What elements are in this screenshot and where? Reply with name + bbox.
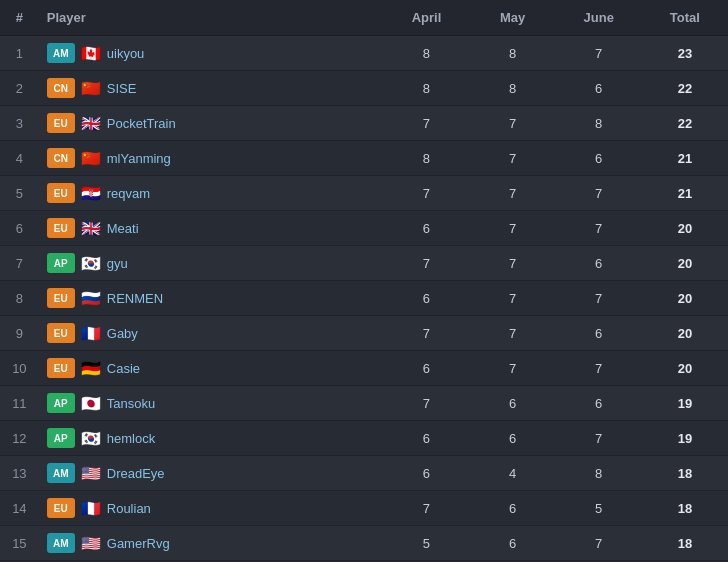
april-score: 6: [383, 211, 469, 246]
table-row: 2 CN SISE 8 8 6 22: [0, 71, 728, 106]
total-score: 19: [642, 421, 728, 456]
region-badge: EU: [47, 113, 75, 133]
player-cell: EU Gaby: [39, 316, 384, 351]
flag-icon: [81, 291, 101, 305]
header-player: Player: [39, 0, 384, 36]
rank-cell: 11: [0, 386, 39, 421]
player-name: RENMEN: [107, 291, 163, 306]
rank-cell: 2: [0, 71, 39, 106]
player-name: Casie: [107, 361, 140, 376]
player-name: Tansoku: [107, 396, 155, 411]
region-badge: AM: [47, 463, 75, 483]
region-badge: EU: [47, 218, 75, 238]
rank-cell: 6: [0, 211, 39, 246]
player-cell: EU PocketTrain: [39, 106, 384, 141]
flag-icon: [81, 326, 101, 340]
april-score: 7: [383, 176, 469, 211]
rank-cell: 14: [0, 491, 39, 526]
april-score: 7: [383, 316, 469, 351]
flag-icon: [81, 116, 101, 130]
player-cell: CN mlYanming: [39, 141, 384, 176]
player-cell: EU Casie: [39, 351, 384, 386]
player-name: reqvam: [107, 186, 150, 201]
rank-cell: 10: [0, 351, 39, 386]
header-june: June: [556, 0, 642, 36]
player-cell: EU Meati: [39, 211, 384, 246]
table-row: 5 EU reqvam 7 7 7 21: [0, 176, 728, 211]
table-row: 8 EU RENMEN 6 7 7 20: [0, 281, 728, 316]
region-badge: AP: [47, 393, 75, 413]
total-score: 20: [642, 211, 728, 246]
table-row: 13 AM DreadEye 6 4 8 18: [0, 456, 728, 491]
rank-cell: 7: [0, 246, 39, 281]
region-badge: CN: [47, 148, 75, 168]
player-name: hemlock: [107, 431, 155, 446]
player-cell: CN SISE: [39, 71, 384, 106]
rank-cell: 1: [0, 36, 39, 71]
flag-icon: [81, 396, 101, 410]
player-cell: AP hemlock: [39, 421, 384, 456]
total-score: 20: [642, 246, 728, 281]
rank-cell: 15: [0, 526, 39, 561]
flag-icon: [81, 256, 101, 270]
may-score: 7: [470, 141, 556, 176]
june-score: 7: [556, 281, 642, 316]
table-row: 15 AM GamerRvg 5 6 7 18: [0, 526, 728, 561]
flag-icon: [81, 81, 101, 95]
april-score: 7: [383, 491, 469, 526]
april-score: 6: [383, 351, 469, 386]
region-badge: AP: [47, 428, 75, 448]
table-row: 7 AP gyu 7 7 6 20: [0, 246, 728, 281]
region-badge: AM: [47, 533, 75, 553]
rank-cell: 4: [0, 141, 39, 176]
player-name: mlYanming: [107, 151, 171, 166]
flag-icon: [81, 221, 101, 235]
april-score: 6: [383, 421, 469, 456]
player-cell: AP gyu: [39, 246, 384, 281]
player-name: Gaby: [107, 326, 138, 341]
april-score: 8: [383, 36, 469, 71]
april-score: 8: [383, 71, 469, 106]
total-score: 18: [642, 491, 728, 526]
flag-icon: [81, 46, 101, 60]
may-score: 6: [470, 526, 556, 561]
table-row: 10 EU Casie 6 7 7 20: [0, 351, 728, 386]
june-score: 8: [556, 456, 642, 491]
rank-cell: 9: [0, 316, 39, 351]
player-cell: EU reqvam: [39, 176, 384, 211]
june-score: 6: [556, 246, 642, 281]
april-score: 7: [383, 386, 469, 421]
june-score: 6: [556, 386, 642, 421]
player-name: Meati: [107, 221, 139, 236]
total-score: 21: [642, 176, 728, 211]
total-score: 21: [642, 141, 728, 176]
player-name: uikyou: [107, 46, 145, 61]
april-score: 5: [383, 526, 469, 561]
rank-cell: 12: [0, 421, 39, 456]
flag-icon: [81, 501, 101, 515]
may-score: 6: [470, 491, 556, 526]
flag-icon: [81, 151, 101, 165]
april-score: 6: [383, 456, 469, 491]
may-score: 7: [470, 246, 556, 281]
header-rank: #: [0, 0, 39, 36]
player-cell: EU RENMEN: [39, 281, 384, 316]
region-badge: AP: [47, 253, 75, 273]
table-row: 12 AP hemlock 6 6 7 19: [0, 421, 728, 456]
may-score: 7: [470, 351, 556, 386]
may-score: 6: [470, 421, 556, 456]
region-badge: EU: [47, 183, 75, 203]
table-row: 4 CN mlYanming 8 7 6 21: [0, 141, 728, 176]
april-score: 8: [383, 141, 469, 176]
flag-icon: [81, 431, 101, 445]
april-score: 6: [383, 281, 469, 316]
player-name: GamerRvg: [107, 536, 170, 551]
player-name: PocketTrain: [107, 116, 176, 131]
flag-icon: [81, 186, 101, 200]
player-name: gyu: [107, 256, 128, 271]
player-name: SISE: [107, 81, 137, 96]
table-row: 14 EU Roulian 7 6 5 18: [0, 491, 728, 526]
april-score: 7: [383, 106, 469, 141]
region-badge: EU: [47, 358, 75, 378]
leaderboard-table: # Player April May June Total 1 AM uikyo…: [0, 0, 728, 562]
